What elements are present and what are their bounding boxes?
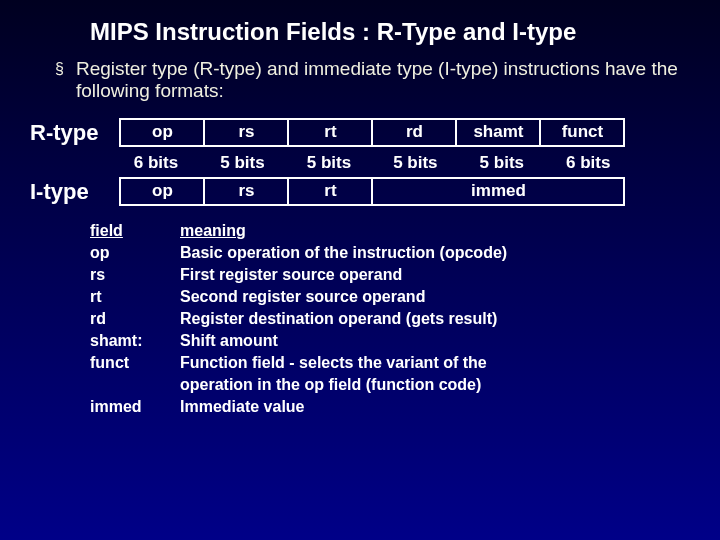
def-shamt-mean: Shift amount xyxy=(180,330,720,352)
bits-funct: 6 bits xyxy=(547,153,629,173)
i-type-label: I-type xyxy=(30,179,115,205)
def-op-term: op xyxy=(90,242,180,264)
def-head-mean: meaning xyxy=(180,220,720,242)
def-op-mean: Basic operation of the instruction (opco… xyxy=(180,242,720,264)
bits-rs: 5 bits xyxy=(201,153,283,173)
def-header: field meaning xyxy=(90,220,720,242)
def-rs-term: rs xyxy=(90,264,180,286)
def-rs: rs First register source operand xyxy=(90,264,720,286)
def-immed: immed Immediate value xyxy=(90,396,720,418)
r-rt: rt xyxy=(288,119,372,146)
def-rt-mean: Second register source operand xyxy=(180,286,720,308)
def-funct-cont: operation in the op field (function code… xyxy=(90,374,720,396)
def-immed-term: immed xyxy=(90,396,180,418)
def-immed-mean: Immediate value xyxy=(180,396,720,418)
bits-op: 6 bits xyxy=(115,153,197,173)
r-type-section: R-type op rs rt rd shamt funct xyxy=(0,118,720,147)
def-rd-term: rd xyxy=(90,308,180,330)
defs-table: field meaning op Basic operation of the … xyxy=(0,220,720,418)
def-op: op Basic operation of the instruction (o… xyxy=(90,242,720,264)
bullet-text: Register type (R-type) and immediate typ… xyxy=(76,58,680,102)
def-rd: rd Register destination operand (gets re… xyxy=(90,308,720,330)
def-rs-mean: First register source operand xyxy=(180,264,720,286)
bits-row: 6 bits 5 bits 5 bits 5 bits 5 bits 6 bit… xyxy=(0,153,720,173)
i-op: op xyxy=(120,178,204,205)
r-type-table: op rs rt rd shamt funct xyxy=(119,118,625,147)
r-type-label: R-type xyxy=(30,120,115,146)
r-op: op xyxy=(120,119,204,146)
def-shamt: shamt: Shift amount xyxy=(90,330,720,352)
i-immed: immed xyxy=(372,178,624,205)
def-funct-mean2: operation in the op field (function code… xyxy=(180,374,720,396)
r-rd: rd xyxy=(372,119,456,146)
i-rt: rt xyxy=(288,178,372,205)
i-rs: rs xyxy=(204,178,288,205)
r-shamt: shamt xyxy=(456,119,540,146)
def-rt: rt Second register source operand xyxy=(90,286,720,308)
r-funct: funct xyxy=(540,119,624,146)
bits-shamt: 5 bits xyxy=(461,153,543,173)
def-head-term: field xyxy=(90,220,180,242)
def-funct-term: funct xyxy=(90,352,180,374)
bullet-row: § Register type (R-type) and immediate t… xyxy=(0,54,720,116)
def-funct-term-empty xyxy=(90,374,180,396)
def-funct: funct Function field - selects the varia… xyxy=(90,352,720,374)
bits-rt: 5 bits xyxy=(288,153,370,173)
def-rd-mean: Register destination operand (gets resul… xyxy=(180,308,720,330)
i-type-table: op rs rt immed xyxy=(119,177,625,206)
def-funct-mean1: Function field - selects the variant of … xyxy=(180,352,720,374)
bits-rd: 5 bits xyxy=(374,153,456,173)
i-type-section: I-type op rs rt immed xyxy=(0,177,720,206)
def-rt-term: rt xyxy=(90,286,180,308)
bullet-icon: § xyxy=(55,58,64,80)
r-rs: rs xyxy=(204,119,288,146)
def-shamt-term: shamt: xyxy=(90,330,180,352)
slide-title: MIPS Instruction Fields : R-Type and I-t… xyxy=(0,0,720,54)
